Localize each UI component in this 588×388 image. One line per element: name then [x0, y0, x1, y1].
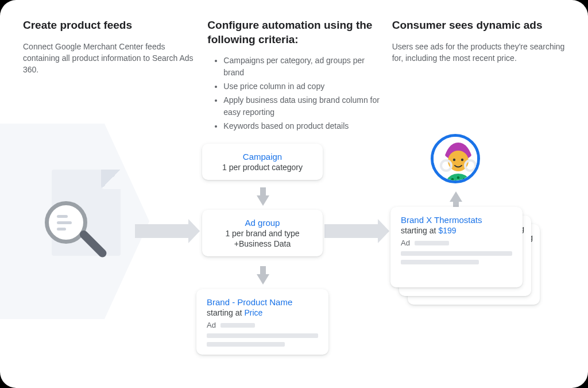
arrow-campaign-to-adgroup	[257, 195, 269, 206]
result-heading: Brand X Thermostats	[401, 215, 512, 225]
template-heading: Brand - Product Name	[207, 297, 318, 307]
col-consumer: Consumer sees dynamic ads Users see ads …	[392, 18, 565, 134]
magnifier-icon	[45, 201, 96, 253]
campaign-title: Campaign	[212, 152, 312, 162]
col3-title: Consumer sees dynamic ads	[392, 18, 565, 33]
arrow-feeds-to-config	[135, 224, 189, 238]
adgroup-extra: +Business Data	[212, 239, 312, 248]
col2-bullet: Apply business data using brand column f…	[223, 94, 380, 118]
svg-point-10	[460, 182, 463, 183]
svg-point-9	[454, 182, 457, 183]
placeholder-bar	[401, 251, 512, 256]
placeholder-bar	[415, 241, 449, 245]
diagram-area: Campaign 1 per product category Ad group…	[0, 124, 588, 388]
result-subheading: starting at $199	[401, 226, 512, 235]
template-subheading: starting at Price	[207, 308, 318, 317]
col-configure: Configure automation using the following…	[207, 18, 380, 134]
svg-point-7	[457, 176, 460, 179]
consumer-avatar-icon	[431, 134, 480, 183]
ad-label: Ad	[401, 239, 410, 247]
campaign-sub: 1 per product category	[212, 163, 312, 172]
svg-point-8	[463, 178, 466, 181]
ad-label: Ad	[207, 321, 216, 329]
columns-header: Create product feeds Connect Google Merc…	[0, 0, 588, 134]
col2-title: Configure automation using the following…	[207, 18, 380, 47]
col2-list: Campaigns per category, ad groups per br…	[207, 55, 380, 132]
arrow-config-to-ads	[324, 224, 379, 238]
col1-body: Connect Google Merchant Center feeds con…	[23, 41, 196, 76]
diagram-canvas: Create product feeds Connect Google Merc…	[0, 0, 588, 388]
col-create-feeds: Create product feeds Connect Google Merc…	[23, 18, 196, 134]
placeholder-bar	[401, 260, 479, 264]
svg-point-2	[453, 159, 455, 161]
placeholder-bar	[207, 342, 285, 347]
adgroup-sub: 1 per brand and type	[212, 229, 312, 238]
placeholder-bar	[207, 333, 318, 338]
col3-body: Users see ads for the products they're s…	[392, 41, 565, 64]
result-card-front: Brand X Thermostats starting at $199 Ad	[390, 207, 523, 287]
card-ad-template: Brand - Product Name starting at Price A…	[196, 289, 328, 355]
svg-point-6	[451, 178, 454, 181]
adgroup-title: Ad group	[212, 218, 312, 228]
arrow-adgroup-to-template	[257, 274, 269, 285]
placeholder-bar	[220, 323, 255, 328]
arrow-ads-to-consumer	[450, 191, 462, 202]
col2-bullet: Use price column in ad copy	[223, 80, 380, 92]
card-campaign: Campaign 1 per product category	[202, 144, 323, 180]
card-adgroup: Ad group 1 per brand and type +Business …	[202, 210, 323, 256]
col1-title: Create product feeds	[23, 18, 196, 33]
svg-point-3	[461, 159, 463, 161]
col2-bullet: Campaigns per category, ad groups per br…	[223, 55, 380, 78]
